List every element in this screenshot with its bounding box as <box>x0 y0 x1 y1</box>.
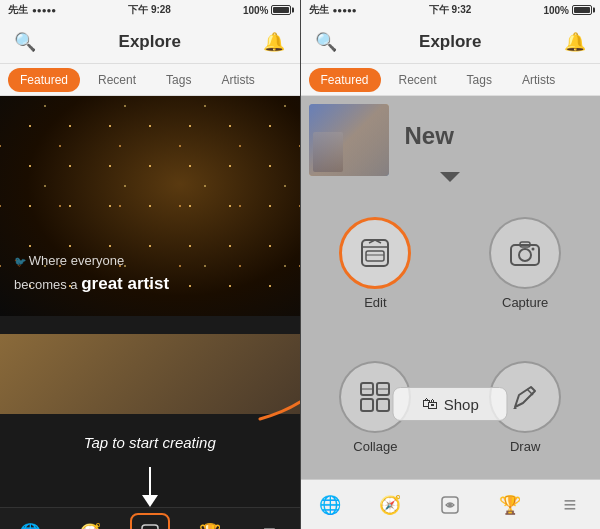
right-time: 下午 9:32 <box>429 3 472 17</box>
edit-label: Edit <box>364 295 386 310</box>
shop-label: Shop <box>444 396 479 413</box>
right-content: New Edit <box>301 96 601 479</box>
svg-point-7 <box>519 249 531 261</box>
svg-rect-13 <box>377 399 389 411</box>
left-status-right: 100% <box>243 5 292 16</box>
chevron-down-row <box>440 172 460 182</box>
new-label-text: New <box>405 122 454 150</box>
draw-label: Draw <box>510 439 540 454</box>
right-nav-compass[interactable]: 🧭 <box>370 485 410 525</box>
right-tab-recent[interactable]: Recent <box>387 68 449 92</box>
left-battery-icon <box>271 5 291 15</box>
left-bottom-section: Tap to start creating <box>0 316 300 507</box>
camera-icon <box>507 235 543 271</box>
arrow-shaft <box>149 467 151 495</box>
left-bottom-nav: 🌐 🧭 🏆 ≡ <box>0 507 300 529</box>
draw-icon <box>507 379 543 415</box>
left-header: 🔍 Explore 🔔 <box>0 20 300 64</box>
right-signal: ●●●●● <box>333 6 357 15</box>
edit-circle <box>339 217 411 289</box>
chevron-down-icon <box>440 172 460 182</box>
left-bell-icon[interactable]: 🔔 <box>263 31 285 53</box>
bottom-thumbnail <box>0 334 300 414</box>
right-status-bar: 先生 ●●●●● 下午 9:32 100% <box>301 0 601 20</box>
shop-button[interactable]: 🛍 Shop <box>393 387 508 421</box>
nav-trophy[interactable]: 🏆 <box>190 513 230 530</box>
left-tab-recent[interactable]: Recent <box>86 68 148 92</box>
right-bottom-nav: 🌐 🧭 🏆 ≡ <box>301 479 601 529</box>
left-hero: 🐦 Where everyone becomes a great artist <box>0 96 300 316</box>
action-grid: Edit Capture <box>301 191 601 479</box>
left-phone: 先生 ●●●●● 下午 9:28 100% 🔍 Explore 🔔 Featur… <box>0 0 300 529</box>
svg-line-16 <box>527 389 533 395</box>
right-search-icon[interactable]: 🔍 <box>315 31 337 53</box>
hero-tagline-line1: Where everyone <box>29 253 124 268</box>
capture-label: Capture <box>502 295 548 310</box>
left-header-title: Explore <box>119 32 181 52</box>
right-phone: 先生 ●●●●● 下午 9:32 100% 🔍 Explore 🔔 Featur… <box>301 0 601 529</box>
arrow-down <box>135 467 165 507</box>
right-tab-tags[interactable]: Tags <box>455 68 504 92</box>
right-tab-featured[interactable]: Featured <box>309 68 381 92</box>
right-nav-menu[interactable]: ≡ <box>550 485 590 525</box>
left-tab-artists[interactable]: Artists <box>209 68 266 92</box>
right-header-title: Explore <box>419 32 481 52</box>
right-tab-bar: Featured Recent Tags Artists <box>301 64 601 96</box>
hero-bird-icon: 🐦 <box>14 256 29 267</box>
svg-rect-0 <box>142 525 158 530</box>
arrow-head <box>142 495 158 507</box>
right-nav-globe[interactable]: 🌐 <box>310 485 350 525</box>
action-capture-cell[interactable]: Capture <box>450 191 600 335</box>
collage-icon <box>357 379 393 415</box>
edit-icon <box>357 235 393 271</box>
left-status-left: 先生 ●●●●● <box>8 3 56 17</box>
svg-point-18 <box>448 503 452 507</box>
right-nav-trophy[interactable]: 🏆 <box>490 485 530 525</box>
nav-create-active[interactable] <box>130 513 170 530</box>
new-card-peek: New <box>301 96 601 176</box>
right-status-left: 先生 ●●●●● <box>309 3 357 17</box>
left-time: 下午 9:28 <box>128 3 171 17</box>
right-tab-artists[interactable]: Artists <box>510 68 567 92</box>
right-nav-create[interactable] <box>430 485 470 525</box>
hero-text: 🐦 Where everyone becomes a great artist <box>14 251 169 296</box>
right-bell-icon[interactable]: 🔔 <box>564 31 586 53</box>
tap-instruction: Tap to start creating <box>84 432 216 453</box>
right-battery-icon <box>572 5 592 15</box>
left-tab-bar: Featured Recent Tags Artists <box>0 64 300 96</box>
svg-point-9 <box>532 247 535 250</box>
nav-menu[interactable]: ≡ <box>250 513 290 530</box>
nav-globe[interactable]: 🌐 <box>10 513 50 530</box>
create-icon <box>139 522 161 530</box>
tap-area <box>0 334 300 414</box>
collage-label: Collage <box>353 439 397 454</box>
left-status-bar: 先生 ●●●●● 下午 9:28 100% <box>0 0 300 20</box>
right-header: 🔍 Explore 🔔 <box>301 20 601 64</box>
action-edit-cell[interactable]: Edit <box>301 191 451 335</box>
hero-tagline-line2: becomes a <box>14 277 81 292</box>
right-create-icon <box>439 494 461 516</box>
right-battery: 100% <box>543 5 569 16</box>
right-status-right: 100% <box>543 5 592 16</box>
new-label: New <box>389 96 601 176</box>
left-tab-featured[interactable]: Featured <box>8 68 80 92</box>
left-signal: ●●●●● <box>32 6 56 15</box>
left-search-icon[interactable]: 🔍 <box>14 31 36 53</box>
shop-icon: 🛍 <box>422 395 438 413</box>
hero-tagline-bold: great artist <box>81 274 169 293</box>
left-carrier: 先生 <box>8 3 28 17</box>
new-card-image <box>309 104 389 176</box>
nav-compass[interactable]: 🧭 <box>70 513 110 530</box>
right-carrier: 先生 <box>309 3 329 17</box>
capture-circle <box>489 217 561 289</box>
svg-rect-12 <box>361 399 373 411</box>
svg-rect-4 <box>366 251 384 261</box>
left-battery: 100% <box>243 5 269 16</box>
left-tab-tags[interactable]: Tags <box>154 68 203 92</box>
shop-btn-row: 🛍 Shop <box>393 387 508 421</box>
